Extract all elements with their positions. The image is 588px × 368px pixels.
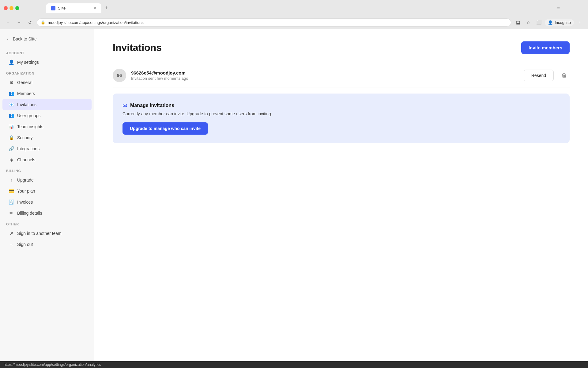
invoices-icon: 🧾 (9, 199, 14, 205)
url-text: moodjoy.slite.com/app/settings/organizat… (48, 20, 144, 25)
sidebar-item-invoices[interactable]: 🧾 Invoices (2, 197, 92, 208)
sidebar-item-channels[interactable]: ◈ Channels (2, 154, 92, 165)
billing-section-label: BILLING (0, 165, 94, 174)
integrations-label: Integrations (17, 146, 40, 151)
envelope-icon: ✉ (123, 102, 127, 109)
integrations-icon: 🔗 (9, 146, 14, 151)
status-bar: https://moodjoy.slite.com/app/settings/o… (0, 361, 588, 368)
back-to-slite-button[interactable]: ← Back to Slite (0, 34, 94, 44)
billing-details-icon: ✏ (9, 210, 14, 216)
sidebar-item-general[interactable]: ⚙ General (2, 77, 92, 88)
members-icon: 👥 (9, 91, 14, 96)
trash-icon (561, 73, 567, 78)
sidebar: ← Back to Slite ACCOUNT 👤 My settings OR… (0, 29, 94, 361)
sidebar-item-team-insights[interactable]: 📊 Team insights (2, 121, 92, 132)
invoices-label: Invoices (17, 200, 33, 205)
invitation-email: 96626e54@moodjoy.com (131, 70, 519, 75)
sidebar-item-my-settings[interactable]: 👤 My settings (2, 57, 92, 68)
app-container: ← Back to Slite ACCOUNT 👤 My settings OR… (0, 29, 588, 361)
team-insights-label: Team insights (17, 124, 43, 129)
sidebar-item-your-plan[interactable]: 💳 Your plan (2, 186, 92, 197)
sidebar-item-sign-in-another[interactable]: ↗ Sign in to another team (2, 228, 92, 239)
minimize-button[interactable] (9, 6, 13, 10)
manage-invitations-card: ✉ Manage Invitations Currently any membe… (113, 94, 570, 143)
invitation-info: 96626e54@moodjoy.com Invitation sent few… (131, 70, 519, 81)
back-label: Back to Slite (13, 36, 37, 41)
security-label: Security (17, 135, 33, 140)
org-section-label: ORGANIZATION (0, 68, 94, 77)
title-bar: Slite ✕ + ≡ (0, 0, 588, 16)
sign-in-another-icon: ↗ (9, 231, 14, 236)
team-insights-icon: 📊 (9, 124, 14, 129)
profile-avatar-icon: 👤 (548, 20, 553, 25)
tab-bar: Slite ✕ + ≡ (22, 2, 584, 14)
sidebar-item-billing-details[interactable]: ✏ Billing details (2, 208, 92, 219)
upgrade-invite-button[interactable]: Upgrade to manage who can invite (123, 122, 208, 135)
sign-in-another-label: Sign in to another team (17, 231, 62, 236)
invitation-time: Invitation sent few moments ago (131, 76, 519, 81)
other-section-label: OTHER (0, 219, 94, 228)
sidebar-item-security[interactable]: 🔒 Security (2, 132, 92, 143)
close-button[interactable] (4, 6, 8, 10)
sidebar-item-invitations[interactable]: 📧 Invitations (2, 99, 92, 110)
tab-favicon (51, 6, 55, 10)
back-nav-button[interactable]: ← (4, 18, 12, 27)
general-icon: ⚙ (9, 80, 14, 85)
profile-button[interactable]: 👤 Incognito (545, 19, 574, 26)
invitations-icon: 📧 (9, 102, 14, 107)
manage-title: Manage Invitations (130, 103, 174, 108)
menu-icon[interactable]: ⋮ (576, 18, 584, 27)
sidebar-item-members[interactable]: 👥 Members (2, 88, 92, 99)
tab-close-icon[interactable]: ✕ (93, 6, 96, 10)
general-label: General (17, 80, 32, 85)
delete-button[interactable] (559, 70, 570, 81)
address-bar: ← → ↺ 🔒 moodjoy.slite.com/app/settings/o… (0, 16, 588, 29)
reload-nav-button[interactable]: ↺ (26, 18, 34, 27)
security-icon: 🔒 (9, 135, 14, 140)
sidebar-item-upgrade[interactable]: ↑ Upgrade (2, 174, 92, 186)
upgrade-label: Upgrade (17, 178, 34, 182)
page-header: Invitations Invite members (113, 41, 570, 54)
extension-icon[interactable]: ⬜ (534, 18, 543, 27)
back-arrow-icon: ← (6, 36, 10, 41)
tab-title: Slite (58, 6, 91, 10)
resend-button[interactable]: Resend (524, 70, 554, 81)
browser-chrome: Slite ✕ + ≡ ← → ↺ 🔒 moodjoy.slite.com/ap… (0, 0, 588, 29)
billing-details-label: Billing details (17, 211, 42, 216)
user-groups-icon: 👥 (9, 113, 14, 118)
lock-icon: 🔒 (41, 20, 45, 25)
my-settings-label: My settings (17, 60, 39, 65)
channels-icon: ◈ (9, 157, 14, 163)
manage-card-header: ✉ Manage Invitations (123, 102, 560, 109)
avatar: 96 (113, 69, 126, 82)
bookmark-icon[interactable]: ☆ (524, 18, 533, 27)
sign-out-label: Sign out (17, 242, 33, 247)
url-bar[interactable]: 🔒 moodjoy.slite.com/app/settings/organiz… (37, 18, 511, 27)
browser-tab[interactable]: Slite ✕ (46, 3, 101, 13)
upgrade-icon: ↑ (9, 177, 14, 183)
traffic-lights (4, 6, 19, 10)
profile-label: Incognito (555, 20, 571, 25)
channels-label: Channels (17, 157, 35, 162)
sidebar-item-integrations[interactable]: 🔗 Integrations (2, 143, 92, 154)
invitation-item: 96 96626e54@moodjoy.com Invitation sent … (113, 64, 570, 87)
sidebar-item-user-groups[interactable]: 👥 User groups (2, 110, 92, 121)
sign-out-icon: → (9, 242, 14, 247)
sidebar-item-sign-out[interactable]: → Sign out (2, 239, 92, 250)
manage-description: Currently any member can invite. Upgrade… (123, 111, 560, 116)
invitations-label: Invitations (17, 102, 36, 107)
main-content: Invitations Invite members 96 96626e54@m… (94, 29, 588, 361)
page-title: Invitations (113, 42, 162, 53)
status-url: https://moodjoy.slite.com/app/settings/o… (4, 362, 101, 367)
tab-overflow-icon[interactable]: ≡ (557, 6, 560, 11)
forward-nav-button[interactable]: → (15, 18, 23, 27)
cast-icon[interactable]: ⬓ (514, 18, 522, 27)
account-section-label: ACCOUNT (0, 48, 94, 57)
maximize-button[interactable] (15, 6, 19, 10)
your-plan-icon: 💳 (9, 188, 14, 194)
invite-members-button[interactable]: Invite members (521, 41, 570, 54)
your-plan-label: Your plan (17, 189, 35, 194)
person-icon: 👤 (9, 59, 14, 65)
user-groups-label: User groups (17, 113, 40, 118)
new-tab-button[interactable]: + (101, 2, 112, 14)
